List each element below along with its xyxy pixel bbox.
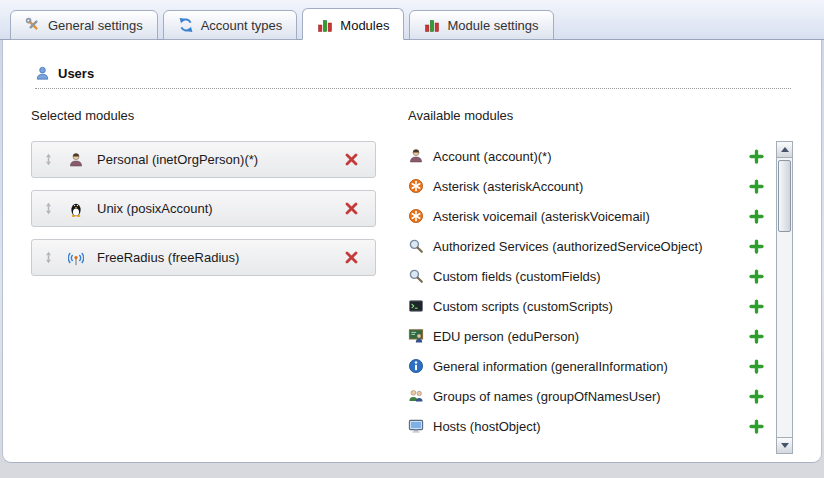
add-module-button[interactable]: [749, 359, 764, 374]
user-icon: [35, 66, 50, 81]
chart-icon: [424, 17, 440, 33]
module-label: Groups of names (groupOfNamesUser): [433, 389, 749, 404]
available-modules-list: Account (account)(*) Asterisk (asteriskA…: [408, 141, 772, 441]
person-icon: [408, 148, 424, 164]
module-label: Hosts (hostObject): [433, 419, 749, 434]
tools-icon: [25, 17, 41, 33]
tab-label: General settings: [48, 18, 143, 33]
config-tab-bar: General settings Account types Modules M…: [0, 0, 824, 40]
available-module-row-custom-fields: Custom fields (customFields): [408, 261, 772, 291]
drag-handle-icon[interactable]: [42, 251, 55, 264]
available-module-row-hosts: Hosts (hostObject): [408, 411, 772, 441]
add-module-button[interactable]: [749, 419, 764, 434]
module-label: Asterisk voicemail (asteriskVoicemail): [433, 209, 749, 224]
add-module-button[interactable]: [749, 389, 764, 404]
remove-module-button[interactable]: [344, 201, 359, 216]
arrow-down-icon: [781, 443, 789, 448]
modules-tab-panel: Users Selected modules Personal (inetOrg…: [2, 40, 822, 463]
person-icon: [68, 152, 84, 168]
module-label: Authorized Services (authorizedServiceOb…: [433, 239, 749, 254]
drag-handle-icon[interactable]: [42, 202, 55, 215]
tab-label: Modules: [340, 18, 389, 33]
available-module-row-authorized-services: Authorized Services (authorizedServiceOb…: [408, 231, 772, 261]
scroll-up-button[interactable]: [777, 142, 792, 158]
sync-icon: [178, 17, 194, 33]
add-module-button[interactable]: [749, 329, 764, 344]
selected-module-row-freeradius: FreeRadius (freeRadius): [31, 239, 376, 276]
available-module-row-custom-scripts: Custom scripts (customScripts): [408, 291, 772, 321]
magnifier-icon: [408, 238, 424, 254]
module-label: Custom scripts (customScripts): [433, 299, 749, 314]
selected-modules-column: Selected modules Personal (inetOrgPerson…: [31, 106, 408, 454]
teacher-icon: [408, 328, 424, 344]
selected-module-row-unix: Unix (posixAccount): [31, 190, 376, 227]
module-label: Unix (posixAccount): [97, 201, 344, 216]
antenna-icon: [68, 250, 84, 266]
scrollbar-thumb[interactable]: [778, 160, 791, 232]
tab-modules[interactable]: Modules: [302, 8, 404, 40]
modules-columns: Selected modules Personal (inetOrgPerson…: [3, 89, 821, 454]
available-module-row-asterisk-voicemail: Asterisk voicemail (asteriskVoicemail): [408, 201, 772, 231]
info-icon: [408, 358, 424, 374]
section-title: Users: [58, 66, 94, 81]
tab-label: Module settings: [447, 18, 538, 33]
available-module-row-edu-person: EDU person (eduPerson): [408, 321, 772, 351]
tab-label: Account types: [201, 18, 283, 33]
module-label: Personal (inetOrgPerson)(*): [97, 152, 344, 167]
lam-config-page: General settings Account types Modules M…: [0, 0, 824, 478]
chart-icon: [317, 17, 333, 33]
penguin-icon: [68, 201, 84, 217]
available-module-row-groups-of-names: Groups of names (groupOfNamesUser): [408, 381, 772, 411]
drag-handle-icon[interactable]: [42, 153, 55, 166]
available-module-row-asterisk: Asterisk (asteriskAccount): [408, 171, 772, 201]
selected-module-row-personal: Personal (inetOrgPerson)(*): [31, 141, 376, 178]
add-module-button[interactable]: [749, 299, 764, 314]
add-module-button[interactable]: [749, 209, 764, 224]
add-module-button[interactable]: [749, 179, 764, 194]
add-module-button[interactable]: [749, 149, 764, 164]
users-section-header: Users: [35, 66, 791, 89]
module-label: General information (generalInformation): [433, 359, 749, 374]
module-label: EDU person (eduPerson): [433, 329, 749, 344]
magnifier-icon: [408, 268, 424, 284]
arrow-up-icon: [781, 147, 789, 152]
available-module-row-account: Account (account)(*): [408, 141, 772, 171]
available-modules-scrollbar[interactable]: [776, 141, 793, 454]
scroll-down-button[interactable]: [777, 437, 792, 453]
selected-modules-heading: Selected modules: [31, 108, 408, 123]
tab-module-settings[interactable]: Module settings: [409, 10, 553, 40]
tab-account-types[interactable]: Account types: [163, 10, 298, 40]
module-label: Account (account)(*): [433, 149, 749, 164]
asterisk-icon: [408, 208, 424, 224]
add-module-button[interactable]: [749, 239, 764, 254]
available-module-row-general-information: General information (generalInformation): [408, 351, 772, 381]
group-icon: [408, 388, 424, 404]
available-modules-column: Available modules Account (account)(*) A…: [408, 106, 793, 454]
computer-icon: [408, 418, 424, 434]
asterisk-icon: [408, 178, 424, 194]
add-module-button[interactable]: [749, 269, 764, 284]
available-modules-heading: Available modules: [408, 108, 793, 123]
module-label: Asterisk (asteriskAccount): [433, 179, 749, 194]
remove-module-button[interactable]: [344, 250, 359, 265]
terminal-icon: [408, 298, 424, 314]
remove-module-button[interactable]: [344, 152, 359, 167]
module-label: FreeRadius (freeRadius): [97, 250, 344, 265]
module-label: Custom fields (customFields): [433, 269, 749, 284]
tab-general-settings[interactable]: General settings: [10, 10, 158, 40]
scrollbar-track[interactable]: [777, 158, 792, 437]
